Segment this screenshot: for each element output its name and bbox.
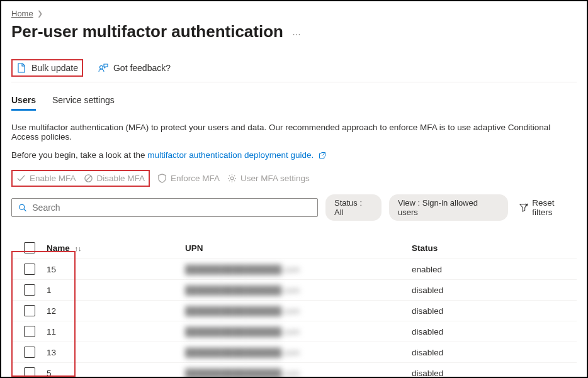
check-icon: [16, 174, 26, 183]
cell-name: 5: [47, 369, 185, 378]
cell-name: 13: [47, 348, 185, 357]
column-header-name-label: Name: [47, 243, 70, 253]
cell-status: disabled: [399, 369, 577, 378]
sort-icon: ↑↓: [75, 245, 82, 252]
before-begin-text: Before you begin, take a look at the mul…: [11, 150, 577, 161]
row-checkbox[interactable]: [24, 347, 35, 358]
row-checkbox[interactable]: [24, 367, 35, 378]
cell-status: disabled: [399, 348, 577, 357]
search-box[interactable]: [11, 198, 318, 217]
disable-mfa-button[interactable]: Disable MFA: [84, 174, 145, 183]
cell-upn: ████████████████.com: [185, 306, 399, 316]
users-table: Name ↑↓ UPN Status 15████████████████.co…: [11, 237, 577, 378]
cell-status: disabled: [399, 327, 577, 336]
enforce-mfa-button[interactable]: Enforce MFA: [157, 174, 220, 183]
tab-service-settings[interactable]: Service settings: [52, 91, 115, 111]
table-row[interactable]: 1████████████████.comdisabled: [11, 279, 577, 300]
prohibit-icon: [84, 174, 93, 183]
svg-point-0: [99, 66, 103, 69]
user-mfa-settings-button[interactable]: User MFA settings: [227, 174, 310, 183]
svg-point-2: [230, 177, 234, 180]
cell-upn: ████████████████.com: [185, 327, 399, 336]
table-row[interactable]: 13████████████████.comdisabled: [11, 342, 577, 362]
column-header-status[interactable]: Status: [399, 243, 577, 253]
row-checkbox[interactable]: [24, 264, 35, 275]
search-input[interactable]: [32, 203, 311, 213]
table-header-row: Name ↑↓ UPN Status: [11, 237, 577, 258]
enable-mfa-label: Enable MFA: [30, 174, 76, 183]
got-feedback-label: Got feedback?: [113, 63, 171, 73]
breadcrumb-home[interactable]: Home: [11, 9, 33, 18]
deployment-guide-link[interactable]: multifactor authentication deployment gu…: [147, 150, 326, 160]
table-row[interactable]: 15████████████████.comenabled: [11, 258, 577, 279]
table-row[interactable]: 5████████████████.comdisabled: [11, 362, 577, 378]
svg-point-3: [20, 204, 25, 209]
cell-status: disabled: [399, 306, 577, 316]
external-link-icon: [319, 152, 326, 161]
filter-reset-icon: [519, 203, 528, 212]
mfa-description: Use multifactor authentication (MFA) to …: [11, 123, 577, 142]
breadcrumb: Home ❯: [11, 9, 577, 18]
search-icon: [18, 203, 27, 213]
table-row[interactable]: 11████████████████.comdisabled: [11, 321, 577, 342]
more-menu-button[interactable]: …: [292, 27, 302, 37]
chevron-right-icon: ❯: [37, 9, 43, 18]
cell-name: 11: [47, 327, 185, 336]
reset-filters-label: Reset filters: [532, 198, 577, 217]
reset-filters-button[interactable]: Reset filters: [519, 198, 577, 217]
select-all-checkbox[interactable]: [24, 242, 35, 253]
row-checkbox[interactable]: [24, 305, 35, 316]
feedback-icon: [98, 63, 108, 73]
before-begin-prefix: Before you begin, take a look at the: [11, 150, 147, 160]
cell-upn: ████████████████.com: [185, 348, 399, 357]
shield-icon: [157, 174, 167, 183]
cell-status: enabled: [399, 265, 577, 274]
bulk-update-label: Bulk update: [31, 63, 78, 73]
user-mfa-settings-label: User MFA settings: [240, 174, 310, 183]
cell-name: 1: [47, 286, 185, 295]
disable-mfa-label: Disable MFA: [97, 174, 145, 183]
page-add-icon: [16, 63, 26, 73]
deployment-guide-label: multifactor authentication deployment gu…: [147, 150, 314, 160]
gear-icon: [227, 174, 237, 183]
bulk-update-button[interactable]: Bulk update: [11, 59, 83, 77]
column-header-name[interactable]: Name ↑↓: [47, 243, 185, 253]
column-header-upn[interactable]: UPN: [185, 243, 399, 253]
enforce-mfa-label: Enforce MFA: [171, 174, 220, 183]
got-feedback-button[interactable]: Got feedback?: [94, 60, 174, 75]
cell-upn: ████████████████.com: [185, 265, 399, 274]
row-checkbox[interactable]: [24, 284, 35, 296]
enable-mfa-button[interactable]: Enable MFA: [16, 174, 76, 183]
cell-name: 15: [47, 265, 185, 274]
view-filter-pill[interactable]: View : Sign-in allowed users: [389, 194, 508, 221]
status-filter-pill[interactable]: Status : All: [325, 194, 382, 221]
tab-users[interactable]: Users: [11, 91, 36, 111]
cell-name: 12: [47, 306, 185, 316]
cell-status: disabled: [399, 286, 577, 295]
cell-upn: ████████████████.com: [185, 369, 399, 378]
row-checkbox[interactable]: [24, 326, 35, 337]
page-title: Per-user multifactor authentication: [11, 22, 283, 42]
cell-upn: ████████████████.com: [185, 286, 399, 295]
table-row[interactable]: 12████████████████.comdisabled: [11, 300, 577, 321]
